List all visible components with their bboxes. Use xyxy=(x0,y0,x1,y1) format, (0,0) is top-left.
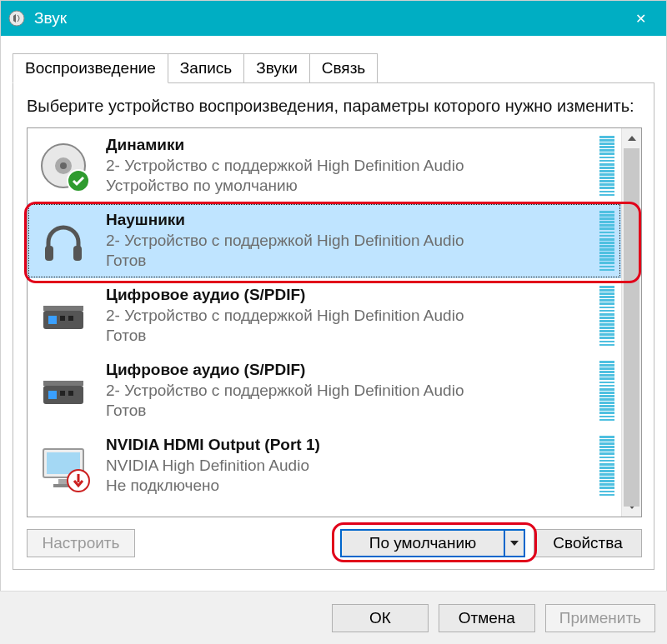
svg-rect-10 xyxy=(48,316,57,324)
speaker-icon xyxy=(33,135,94,197)
device-status: Устройство по умолчанию xyxy=(106,176,593,197)
tab-communications[interactable]: Связь xyxy=(309,53,379,83)
device-status: Не подключено xyxy=(106,476,593,497)
device-desc: 2- Устройство с поддержкой High Definiti… xyxy=(106,306,593,327)
sound-icon xyxy=(8,9,26,27)
cancel-button[interactable]: Отмена xyxy=(439,604,535,632)
instruction-text: Выберите устройство воспроизведения, пар… xyxy=(27,95,642,117)
apply-button[interactable]: Применить xyxy=(545,604,655,632)
monitor-icon xyxy=(33,435,94,497)
svg-rect-17 xyxy=(68,391,73,396)
scroll-thumb[interactable] xyxy=(624,148,639,507)
device-row[interactable]: Цифровое аудио (S/PDIF)2- Устройство с п… xyxy=(28,353,621,428)
svg-rect-11 xyxy=(60,316,65,321)
device-list: Динамики2- Устройство с поддержкой High … xyxy=(27,127,642,517)
svg-rect-12 xyxy=(68,316,73,321)
svg-rect-7 xyxy=(73,246,82,261)
level-meter xyxy=(599,286,614,346)
device-desc: NVIDIA High Definition Audio xyxy=(106,456,593,477)
tab-playback[interactable]: Воспроизведение xyxy=(13,53,168,83)
svg-point-4 xyxy=(60,162,67,169)
device-status: Готов xyxy=(106,401,593,422)
device-name: Динамики xyxy=(106,135,593,156)
scroll-track[interactable] xyxy=(622,148,641,497)
dialog-body: Воспроизведение Запись Звуки Связь Выбер… xyxy=(1,36,666,570)
level-meter xyxy=(599,136,614,196)
device-name: Наушники xyxy=(106,210,593,231)
set-default-label: По умолчанию xyxy=(342,531,505,556)
set-default-button[interactable]: По умолчанию xyxy=(340,529,525,557)
tab-strip: Воспроизведение Запись Звуки Связь xyxy=(13,52,654,82)
device-desc: 2- Устройство с поддержкой High Definiti… xyxy=(106,231,593,252)
device-text: Цифровое аудио (S/PDIF)2- Устройство с п… xyxy=(106,285,593,347)
configure-button[interactable]: Настроить xyxy=(27,529,135,557)
ok-button[interactable]: ОК xyxy=(332,604,429,632)
device-status: Готов xyxy=(106,326,593,347)
level-meter xyxy=(599,211,614,271)
spdif-icon xyxy=(33,360,94,422)
svg-marker-23 xyxy=(628,136,636,141)
device-name: NVIDIA HDMI Output (Port 1) xyxy=(106,435,593,456)
close-button[interactable]: ✕ xyxy=(621,1,659,36)
device-status: Готов xyxy=(106,251,593,272)
titlebar: Звук ✕ xyxy=(1,1,666,36)
footer: ОК Отмена Применить xyxy=(0,591,667,644)
svg-rect-14 xyxy=(43,381,83,386)
scrollbar[interactable] xyxy=(621,128,641,517)
svg-rect-15 xyxy=(48,391,57,399)
device-row[interactable]: Динамики2- Устройство с поддержкой High … xyxy=(28,128,621,203)
device-desc: 2- Устройство с поддержкой High Definiti… xyxy=(106,156,593,177)
tab-content: Выберите устройство воспроизведения, пар… xyxy=(13,82,654,570)
button-row: Настроить По умолчанию Свойства xyxy=(27,529,642,557)
window-title: Звук xyxy=(34,9,621,27)
svg-rect-9 xyxy=(43,306,83,311)
device-row[interactable]: NVIDIA HDMI Output (Port 1)NVIDIA High D… xyxy=(28,428,621,503)
svg-rect-6 xyxy=(45,246,53,261)
headphones-icon xyxy=(33,210,94,272)
tab-sounds[interactable]: Звуки xyxy=(243,53,310,83)
device-text: Динамики2- Устройство с поддержкой High … xyxy=(106,135,593,197)
device-row[interactable]: Цифровое аудио (S/PDIF)2- Устройство с п… xyxy=(28,278,621,353)
device-desc: 2- Устройство с поддержкой High Definiti… xyxy=(106,381,593,402)
device-row[interactable]: Наушники2- Устройство с поддержкой High … xyxy=(28,203,621,278)
spdif-icon xyxy=(33,285,94,347)
device-text: NVIDIA HDMI Output (Port 1)NVIDIA High D… xyxy=(106,435,593,497)
level-meter xyxy=(599,436,614,496)
svg-marker-25 xyxy=(510,541,519,546)
device-text: Наушники2- Устройство с поддержкой High … xyxy=(106,210,593,272)
level-meter xyxy=(599,361,614,421)
properties-button[interactable]: Свойства xyxy=(534,529,642,557)
chevron-down-icon[interactable] xyxy=(505,531,524,556)
svg-rect-16 xyxy=(60,391,65,396)
scroll-up-icon[interactable] xyxy=(622,128,641,148)
device-text: Цифровое аудио (S/PDIF)2- Устройство с п… xyxy=(106,360,593,422)
tab-recording[interactable]: Запись xyxy=(168,53,244,83)
svg-point-0 xyxy=(9,11,24,26)
device-name: Цифровое аудио (S/PDIF) xyxy=(106,360,593,381)
device-name: Цифровое аудио (S/PDIF) xyxy=(106,285,593,306)
